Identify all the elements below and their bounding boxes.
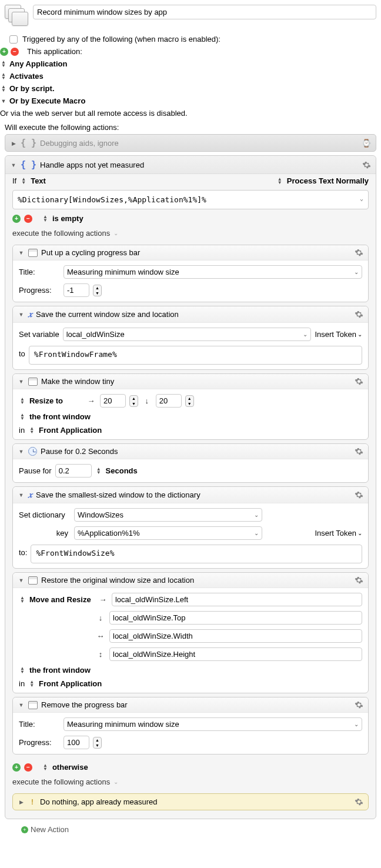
disclosure-icon[interactable] (18, 799, 25, 805)
height-input[interactable] (109, 647, 362, 661)
updown-icon[interactable] (28, 680, 35, 687)
gear-icon[interactable] (355, 700, 363, 709)
disclosure-icon[interactable] (18, 249, 25, 256)
disclosure-icon[interactable] (18, 702, 25, 708)
braces-icon: { } (21, 159, 36, 170)
disclosure-icon[interactable] (18, 492, 25, 498)
or-by-execute-macro-label[interactable]: Or by Execute Macro (9, 96, 85, 105)
updown-icon[interactable] (28, 427, 35, 433)
in-label: in (19, 426, 25, 435)
gear-icon[interactable] (355, 377, 363, 386)
updown-icon[interactable] (0, 85, 7, 92)
pause-for-label: Pause for (19, 466, 52, 475)
is-empty-label[interactable]: is empty (52, 214, 83, 223)
width-input[interactable] (100, 394, 126, 408)
gear-icon[interactable] (355, 797, 363, 806)
updown-icon[interactable] (19, 596, 26, 603)
execute-following-label: execute the following actions (12, 229, 110, 238)
disclosure-icon[interactable] (10, 140, 17, 146)
pause-value-input[interactable] (55, 464, 92, 478)
action-title: Make the window tiny (41, 377, 114, 386)
value-field[interactable]: %FrontWindowFrame% (29, 346, 362, 365)
value-field[interactable]: %FrontWindowSize% (31, 545, 362, 563)
will-execute-label: Will execute the following actions: (0, 119, 381, 134)
title-label: Title: (19, 720, 60, 729)
front-window-label[interactable]: the front window (29, 666, 91, 675)
macro-title-input[interactable] (33, 5, 376, 19)
updown-icon[interactable] (276, 178, 283, 184)
updown-icon[interactable] (20, 178, 27, 184)
width-input[interactable] (109, 629, 362, 643)
disclosure-icon[interactable]: ▼ (0, 98, 7, 104)
add-trigger-button[interactable]: + (0, 48, 8, 56)
stepper[interactable]: ▲▼ (93, 737, 102, 749)
updown-icon[interactable] (0, 73, 7, 79)
disclosure-icon[interactable] (18, 448, 25, 455)
activates-label[interactable]: Activates (9, 72, 44, 81)
updown-icon[interactable] (95, 468, 102, 474)
chevron-down-icon[interactable]: ⌄ (113, 779, 118, 785)
or-by-script-label[interactable]: Or by script. (9, 84, 55, 93)
updown-icon[interactable] (19, 398, 26, 404)
add-condition-button[interactable]: + (12, 763, 21, 772)
disclosure-icon[interactable] (18, 378, 25, 385)
resize-to-label[interactable]: Resize to (29, 396, 82, 405)
remove-condition-button[interactable]: − (24, 763, 32, 772)
updown-icon[interactable] (19, 667, 26, 673)
updown-icon[interactable] (42, 215, 49, 222)
action-title: Restore the original window size and loc… (41, 576, 194, 585)
action-title: Pause for 0.2 Seconds (41, 447, 118, 456)
insert-token-link[interactable]: Insert Token ⌄ (315, 330, 362, 339)
action-do-nothing[interactable]: ! Do nothing, app already measured (12, 793, 369, 810)
otherwise-label[interactable]: otherwise (52, 763, 88, 772)
disclosure-icon[interactable] (18, 311, 25, 318)
timing-icon[interactable]: ⌚ (362, 139, 371, 148)
disclosure-icon[interactable] (18, 577, 25, 583)
front-window-label[interactable]: the front window (29, 412, 91, 421)
group-debugging[interactable]: { } Debugging aids, ignore ⌚ (5, 134, 376, 152)
variable-name-input[interactable] (63, 328, 312, 341)
gear-icon[interactable] (355, 248, 363, 257)
dictionary-name-input[interactable] (74, 508, 262, 522)
disclosure-icon[interactable] (10, 162, 17, 168)
chevron-down-icon[interactable]: ⌄ (360, 195, 363, 202)
seconds-label[interactable]: Seconds (106, 466, 138, 475)
front-application-label[interactable]: Front Application (39, 426, 102, 435)
title-input[interactable] (63, 717, 362, 731)
gear-icon[interactable] (355, 490, 363, 499)
move-and-resize-label[interactable]: Move and Resize (29, 595, 94, 604)
add-action-icon[interactable]: + (21, 826, 28, 833)
updown-icon[interactable] (19, 413, 26, 420)
height-input[interactable] (156, 394, 182, 408)
gear-icon[interactable] (355, 447, 363, 456)
add-condition-button[interactable]: + (12, 215, 21, 223)
stepper[interactable]: ▲▼ (129, 395, 138, 407)
any-application-label[interactable]: Any Application (9, 59, 67, 68)
stepper[interactable]: ▲▼ (93, 285, 102, 296)
title-input[interactable] (63, 265, 362, 279)
progress-input[interactable] (63, 283, 89, 297)
remove-trigger-button[interactable]: − (11, 48, 19, 56)
front-application-label[interactable]: Front Application (39, 679, 102, 688)
remove-condition-button[interactable]: − (24, 215, 32, 223)
chevron-down-icon[interactable]: ⌄ (113, 230, 118, 236)
text-label[interactable]: Text (31, 176, 46, 185)
key-input[interactable] (74, 526, 262, 540)
progress-input[interactable] (63, 736, 89, 749)
gear-icon[interactable] (355, 310, 363, 319)
trigger-enabled-checkbox[interactable] (9, 35, 18, 44)
top-input[interactable] (109, 611, 362, 625)
if-label: If (12, 176, 16, 185)
macro-icon (5, 5, 28, 28)
gear-icon[interactable] (362, 161, 371, 169)
left-input[interactable] (112, 593, 362, 606)
insert-token-link[interactable]: Insert Token ⌄ (315, 529, 362, 538)
action-save-variable: 𝑥 Save the current window size and locat… (12, 306, 369, 370)
updown-icon[interactable] (42, 764, 49, 770)
condition-text-field[interactable]: %Dictionary[WindowSizes,%Application%1%]… (12, 190, 369, 209)
new-action-link[interactable]: New Action (31, 825, 69, 834)
process-text-label[interactable]: Process Text Normally (287, 176, 369, 185)
updown-icon[interactable] (0, 61, 7, 67)
gear-icon[interactable] (355, 576, 363, 585)
stepper[interactable]: ▲▼ (185, 395, 194, 407)
